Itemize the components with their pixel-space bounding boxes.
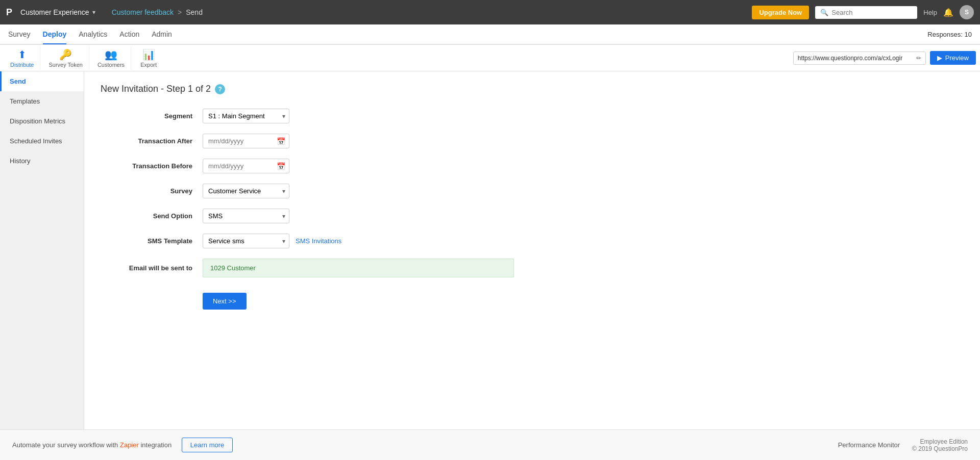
customers-icon: 👥: [105, 48, 117, 61]
nav-item-deploy[interactable]: Deploy: [43, 25, 67, 44]
form-group-survey: Survey Customer Service: [101, 184, 964, 198]
top-bar-actions: Upgrade Now 🔍 Help 🔔 S: [752, 5, 974, 19]
email-sent-to-value: 1029 Customer: [203, 259, 514, 277]
send-option-select[interactable]: SMS Email: [203, 209, 289, 223]
send-option-select-wrapper: SMS Email: [203, 209, 289, 223]
app-name-text: Customer Experience: [20, 8, 89, 16]
edition-info: Employee Edition © 2019 QuestionPro: [912, 438, 968, 452]
help-icon[interactable]: ?: [215, 84, 225, 94]
search-input[interactable]: [831, 9, 912, 16]
toolbar-export[interactable]: 📊 Export: [133, 46, 164, 70]
survey-label: Survey: [101, 187, 203, 195]
distribute-label: Distribute: [10, 62, 34, 68]
survey-select[interactable]: Customer Service: [203, 184, 289, 198]
promo-text: Automate your survey workflow with: [12, 441, 120, 449]
toolbar-survey-token[interactable]: 🔑 Survey Token: [42, 46, 89, 70]
nav-item-action[interactable]: Action: [119, 25, 139, 44]
transaction-before-label: Transaction Before: [101, 162, 203, 170]
sms-invitations-link[interactable]: SMS Invitations: [296, 237, 341, 245]
nav-item-survey[interactable]: Survey: [8, 25, 31, 44]
secondary-nav: Survey Deploy Analytics Action Admin Res…: [0, 24, 980, 45]
transaction-after-label: Transaction After: [101, 137, 203, 145]
toolbar-right: https://www.questionpro.com/a/cxLogir ✏ …: [793, 51, 976, 65]
responses-count: Responses: 10: [927, 31, 972, 38]
logo: P: [6, 7, 12, 18]
preview-label: Preview: [945, 54, 969, 62]
footer-right: Performance Monitor Employee Edition © 2…: [838, 438, 968, 452]
export-label: Export: [140, 62, 157, 68]
form-group-transaction-before: Transaction Before 📅: [101, 159, 964, 173]
segment-select-wrapper: S1 : Main Segment S2 : Segment 2: [203, 109, 289, 123]
export-icon: 📊: [142, 48, 155, 61]
toolbar-distribute[interactable]: ⬆ Distribute: [4, 46, 40, 70]
learn-more-button[interactable]: Learn more: [182, 438, 233, 452]
form-group-transaction-after: Transaction After 📅: [101, 134, 964, 148]
transaction-before-input-wrapper: 📅: [203, 159, 289, 173]
sidebar: Send Templates Disposition Metrics Sched…: [0, 71, 84, 429]
zapier-text: Zapier: [120, 441, 139, 449]
page-title: New Invitation - Step 1 of 2 ?: [101, 84, 964, 94]
survey-token-icon: 🔑: [59, 48, 72, 61]
toolbar: ⬆ Distribute 🔑 Survey Token 👥 Customers …: [0, 45, 980, 71]
sms-template-label: SMS Template: [101, 237, 203, 245]
form-group-email-sent-to: Email will be sent to 1029 Customer: [101, 259, 964, 277]
app-chevron-icon: ▾: [92, 9, 95, 16]
top-bar: P Customer Experience ▾ Customer feedbac…: [0, 0, 980, 24]
segment-select[interactable]: S1 : Main Segment S2 : Segment 2: [203, 109, 289, 123]
transaction-before-input[interactable]: [203, 159, 289, 173]
upgrade-button[interactable]: Upgrade Now: [752, 6, 809, 19]
email-sent-to-label: Email will be sent to: [101, 264, 203, 272]
send-option-label: Send Option: [101, 212, 203, 220]
content-area: New Invitation - Step 1 of 2 ? Segment S…: [84, 71, 980, 429]
preview-button[interactable]: ▶ Preview: [930, 51, 976, 65]
breadcrumb: Customer feedback > Send: [112, 8, 746, 16]
next-button-container: Next >>: [101, 288, 964, 310]
page-title-text: New Invitation - Step 1 of 2: [101, 84, 211, 94]
promo-text-end: integration: [140, 441, 172, 449]
preview-icon: ▶: [937, 54, 942, 62]
sidebar-item-scheduled-invites[interactable]: Scheduled Invites: [0, 131, 84, 151]
edit-icon[interactable]: ✏: [916, 55, 921, 62]
url-box: https://www.questionpro.com/a/cxLogir ✏: [793, 52, 926, 65]
search-icon: 🔍: [820, 9, 828, 16]
survey-select-wrapper: Customer Service: [203, 184, 289, 198]
nav-item-analytics[interactable]: Analytics: [79, 25, 107, 44]
transaction-after-input-wrapper: 📅: [203, 134, 289, 148]
breadcrumb-separator: >: [178, 8, 182, 16]
toolbar-customers[interactable]: 👥 Customers: [91, 46, 131, 70]
form-group-segment: Segment S1 : Main Segment S2 : Segment 2: [101, 109, 964, 123]
breadcrumb-parent[interactable]: Customer feedback: [112, 8, 174, 16]
breadcrumb-current: Send: [186, 8, 203, 16]
url-text: https://www.questionpro.com/a/cxLogir: [798, 55, 913, 62]
search-box[interactable]: 🔍: [815, 6, 917, 19]
distribute-icon: ⬆: [18, 48, 27, 61]
transaction-after-input[interactable]: [203, 134, 289, 148]
performance-monitor-link[interactable]: Performance Monitor: [838, 441, 900, 449]
footer: Automate your survey workflow with Zapie…: [0, 429, 980, 460]
bell-icon[interactable]: 🔔: [943, 8, 953, 17]
customers-label: Customers: [97, 62, 125, 68]
copyright-label: © 2019 QuestionPro: [912, 445, 968, 452]
sidebar-item-disposition-metrics[interactable]: Disposition Metrics: [0, 111, 84, 131]
app-name[interactable]: Customer Experience ▾: [20, 8, 95, 16]
toolbar-items: ⬆ Distribute 🔑 Survey Token 👥 Customers …: [4, 46, 164, 70]
sidebar-item-history[interactable]: History: [0, 151, 84, 171]
form-group-send-option: Send Option SMS Email: [101, 209, 964, 223]
nav-item-admin[interactable]: Admin: [152, 25, 172, 44]
footer-promo: Automate your survey workflow with Zapie…: [12, 438, 233, 452]
avatar[interactable]: S: [960, 5, 974, 19]
sidebar-item-send[interactable]: Send: [0, 71, 84, 91]
main-layout: Send Templates Disposition Metrics Sched…: [0, 71, 980, 429]
segment-label: Segment: [101, 112, 203, 120]
sms-template-select-wrapper: Service sms: [203, 234, 289, 248]
survey-token-label: Survey Token: [48, 62, 82, 68]
next-button[interactable]: Next >>: [203, 293, 247, 310]
sms-template-select[interactable]: Service sms: [203, 234, 289, 248]
help-label[interactable]: Help: [923, 9, 937, 16]
form-group-sms-template: SMS Template Service sms SMS Invitations: [101, 234, 964, 248]
sidebar-item-templates[interactable]: Templates: [0, 91, 84, 111]
edition-label: Employee Edition: [912, 438, 968, 445]
